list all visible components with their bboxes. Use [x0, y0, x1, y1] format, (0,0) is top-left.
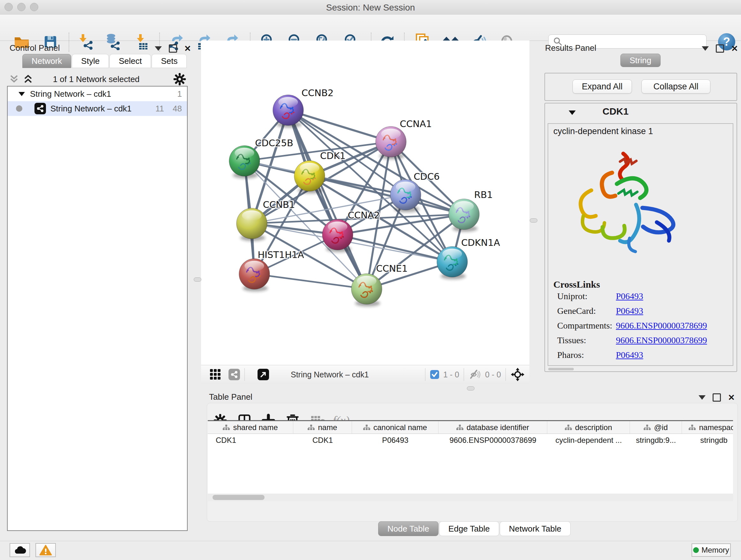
- node-CCNB1[interactable]: [237, 208, 267, 241]
- tab-edge-table[interactable]: Edge Table: [439, 521, 499, 536]
- network-selection-row: 1 of 1 Network selected: [3, 72, 189, 85]
- table-cell[interactable]: P06493: [352, 434, 439, 447]
- table-cell[interactable]: 9606.ENSP00000378699: [439, 434, 547, 447]
- node-label-CDK1: CDK1: [320, 150, 346, 161]
- tab-string[interactable]: String: [620, 54, 661, 67]
- close-panel-icon[interactable]: ✕: [731, 45, 738, 52]
- window-title: Session: New Session: [0, 3, 741, 13]
- panel-menu-icon[interactable]: [702, 46, 709, 51]
- network-row-selected[interactable]: String Network – cdk1 11 48: [8, 101, 187, 116]
- column-header-canonical-name[interactable]: canonical name: [352, 421, 439, 434]
- network-list: String Network – cdk1 1 String Network –…: [7, 86, 188, 531]
- column-header-name[interactable]: name: [293, 421, 352, 434]
- warnings-button[interactable]: [36, 543, 56, 557]
- node-table[interactable]: shared namenamecanonical namedatabase id…: [208, 420, 733, 494]
- column-header-label: database identifier: [467, 423, 529, 432]
- tab-node-table[interactable]: Node Table: [378, 521, 439, 536]
- node-label-CCNB1: CCNB1: [263, 199, 295, 210]
- table-cell[interactable]: CDK1: [293, 434, 352, 447]
- tree-expand-icon[interactable]: [18, 91, 25, 97]
- collapse-all-button[interactable]: Collapse All: [642, 79, 711, 94]
- crosslink-value-link[interactable]: P06493: [616, 350, 643, 360]
- crosslink-value-link[interactable]: P06493: [616, 291, 643, 301]
- node-CCNA1[interactable]: [376, 126, 406, 159]
- column-header-label: name: [318, 423, 337, 432]
- control-panel-title: Control Panel: [10, 43, 60, 53]
- table-hscrollbar[interactable]: [208, 494, 733, 501]
- title-bar: Session: New Session: [0, 0, 741, 15]
- cloud-icon: [13, 545, 26, 555]
- column-header-@id[interactable]: @id: [630, 421, 682, 434]
- node-CDC25B[interactable]: [229, 145, 260, 179]
- tab-network-table[interactable]: Network Table: [500, 521, 570, 536]
- selected-nodes-checkbox-icon[interactable]: [430, 370, 440, 379]
- right-splitter-grip[interactable]: [530, 219, 537, 223]
- results-panel: Results Panel ✕ String Expand All Collap…: [541, 41, 741, 387]
- edge-CCNA2-CDKN1A[interactable]: [338, 235, 452, 262]
- table-hscroll-thumb[interactable]: [212, 495, 265, 500]
- network-options-gear-icon[interactable]: [173, 72, 186, 86]
- expand-all-button[interactable]: Expand All: [572, 79, 632, 94]
- network-collection-label: String Network – cdk1: [30, 89, 111, 99]
- column-header-description[interactable]: description: [547, 421, 630, 434]
- table-cell[interactable]: CDK1: [208, 434, 293, 447]
- node-CDKN1A[interactable]: [437, 246, 468, 279]
- protein-structure-image: [561, 142, 685, 267]
- table-cell[interactable]: cyclin-dependent ...: [547, 434, 630, 447]
- node-label-RB1: RB1: [474, 189, 493, 200]
- memory-button[interactable]: Memory: [691, 543, 731, 557]
- close-panel-icon[interactable]: ✕: [184, 45, 191, 52]
- tab-network[interactable]: Network: [22, 54, 71, 68]
- edge-CCNB2-CCNE1[interactable]: [288, 110, 367, 289]
- edge-HIST1H1A-CCNE1[interactable]: [254, 274, 367, 289]
- node-CDK1[interactable]: [294, 161, 325, 193]
- entry-collapse-icon[interactable]: [568, 109, 576, 116]
- column-header-shared-name[interactable]: shared name: [208, 421, 293, 434]
- string-network-graph[interactable]: CCNB2CCNA1CDC25BCDK1CDC6RB1CCNB1CCNA2CDK…: [201, 41, 529, 365]
- table-cell[interactable]: stringdb:9...: [630, 434, 682, 447]
- column-header-namespace[interactable]: namespace: [682, 421, 733, 434]
- float-panel-icon[interactable]: [169, 44, 177, 53]
- float-panel-icon[interactable]: [716, 44, 724, 53]
- panel-menu-icon[interactable]: [155, 46, 162, 51]
- crosslink-value-link[interactable]: P06493: [616, 306, 643, 316]
- results-panel-title: Results Panel: [545, 43, 596, 53]
- edge-CCNB2-CCNA1[interactable]: [288, 110, 391, 142]
- string-view-icon[interactable]: [228, 369, 240, 380]
- results-hscroll-thumb[interactable]: [548, 368, 574, 370]
- pan-crosshair-icon[interactable]: [510, 367, 525, 382]
- column-header-label: canonical name: [374, 423, 427, 432]
- network-collection-row[interactable]: String Network – cdk1 1: [8, 86, 187, 101]
- network-view-canvas[interactable]: CCNB2CCNA1CDC25BCDK1CDC6RB1CCNB1CCNA2CDK…: [201, 41, 529, 365]
- birds-eye-grid-icon[interactable]: [209, 368, 221, 381]
- node-CCNE1[interactable]: [351, 273, 382, 307]
- node-HIST1H1A[interactable]: [239, 259, 270, 292]
- crosslink-row: Compartments:9606.ENSP00000378699: [548, 320, 734, 335]
- panel-menu-icon[interactable]: [698, 395, 705, 400]
- node-label-CCNE1: CCNE1: [376, 263, 408, 274]
- node-label-CDC25B: CDC25B: [255, 138, 293, 148]
- node-RB1[interactable]: [449, 199, 479, 232]
- cloud-button[interactable]: [10, 543, 30, 557]
- hidden-elements-icon[interactable]: [468, 369, 481, 380]
- warning-icon: [39, 545, 52, 556]
- tab-sets[interactable]: Sets: [151, 54, 187, 68]
- node-CDC6[interactable]: [390, 179, 421, 212]
- tab-style[interactable]: Style: [72, 54, 109, 68]
- left-splitter-grip[interactable]: [194, 277, 201, 282]
- table-row[interactable]: CDK1CDK1P064939606.ENSP00000378699cyclin…: [208, 434, 733, 447]
- collapse-all-label: Collapse All: [653, 82, 698, 91]
- float-panel-icon[interactable]: [713, 393, 721, 401]
- protein-detail-box: cyclin-dependent kinase 1: [548, 123, 733, 366]
- crosslink-value-link[interactable]: 9606.ENSP00000378699: [616, 320, 707, 331]
- control-panel: Control Panel ✕ NetworkStyleSelectSets 1…: [3, 41, 189, 534]
- control-panel-tabs: NetworkStyleSelectSets: [22, 54, 187, 68]
- tab-select[interactable]: Select: [110, 54, 151, 68]
- table-cell[interactable]: stringdb: [682, 434, 733, 447]
- column-header-database-identifier[interactable]: database identifier: [439, 421, 547, 434]
- open-in-new-window-icon[interactable]: [258, 369, 269, 380]
- table-body: CDK1CDK1P064939606.ENSP00000378699cyclin…: [208, 434, 733, 447]
- cytoscape-window: Session: New Session: [0, 0, 741, 560]
- crosslink-value-link[interactable]: 9606.ENSP00000378699: [616, 335, 707, 346]
- close-panel-icon[interactable]: ✕: [728, 394, 735, 401]
